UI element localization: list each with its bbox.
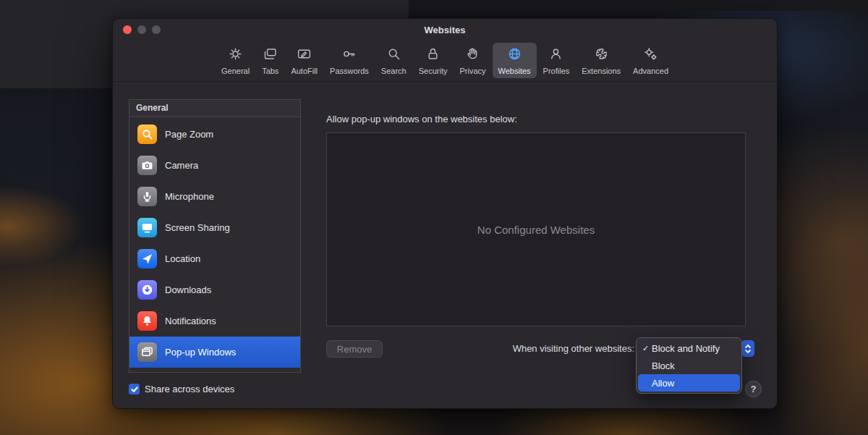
tab-label: Extensions [582, 67, 621, 75]
tab-label: Tabs [262, 67, 278, 75]
tab-advanced[interactable]: Advanced [627, 43, 674, 78]
chevron-up-down-icon [744, 344, 752, 354]
checkmark-icon: ✓ [641, 344, 650, 353]
page-zoom-icon [137, 124, 157, 144]
menu-item-block[interactable]: Block [638, 357, 740, 374]
tab-label: Privacy [459, 67, 485, 75]
microphone-icon [137, 187, 157, 206]
puzzle-icon [594, 46, 609, 64]
menu-item-allow[interactable]: Allow [638, 374, 740, 392]
tab-label: Security [419, 67, 448, 75]
share-across-devices-label: Share across devices [145, 384, 234, 394]
tab-label: Websites [498, 67, 531, 75]
share-across-devices-row: Share across devices [129, 384, 234, 394]
tab-label: Passwords [330, 67, 369, 75]
check-icon [131, 386, 138, 393]
tab-security[interactable]: Security [413, 43, 454, 78]
settings-toolbar: General Tabs AutoFill Passwords Search S [113, 41, 777, 82]
sidebar-item-downloads[interactable]: Downloads [129, 274, 300, 305]
popup-button-chevrons[interactable] [741, 340, 754, 357]
search-icon [386, 46, 401, 64]
tab-search[interactable]: Search [375, 43, 412, 78]
bell-icon [137, 311, 157, 331]
tab-label: Profiles [543, 67, 570, 75]
websites-pane: General Page Zoom Camera Microphone [113, 82, 777, 408]
tab-tabs[interactable]: Tabs [256, 43, 284, 78]
minimize-button[interactable] [137, 25, 146, 34]
close-button[interactable] [123, 25, 132, 34]
tab-passwords[interactable]: Passwords [324, 43, 375, 78]
sidebar-item-location[interactable]: Location [129, 243, 300, 274]
sidebar-item-label: Microphone [165, 191, 214, 202]
double-gear-icon [643, 46, 658, 64]
titlebar: Websites [113, 19, 777, 41]
tab-general[interactable]: General [216, 43, 255, 78]
location-arrow-icon [137, 249, 157, 269]
empty-state-text: No Configured Websites [477, 224, 595, 236]
tab-label: Search [381, 67, 407, 75]
sidebar-item-label: Page Zoom [165, 129, 213, 140]
menu-item-label: Block [652, 360, 675, 371]
sidebar-item-label: Camera [165, 160, 198, 171]
screen: Websites General Tabs AutoFill Passwords [0, 0, 868, 435]
tab-extensions[interactable]: Extensions [576, 43, 626, 78]
remove-button[interactable]: Remove [326, 340, 383, 358]
sidebar-item-notifications[interactable]: Notifications [129, 305, 300, 337]
tab-websites[interactable]: Websites [493, 43, 537, 78]
help-button[interactable]: ? [745, 381, 762, 397]
sidebar-list: Page Zoom Camera Microphone Screen Shari… [129, 117, 300, 372]
menu-item-label: Block and Notify [652, 343, 720, 354]
configured-websites-list[interactable]: No Configured Websites [326, 132, 746, 326]
sidebar-item-microphone[interactable]: Microphone [129, 181, 300, 212]
tab-autofill[interactable]: AutoFill [285, 43, 323, 78]
sidebar-item-screen-sharing[interactable]: Screen Sharing [129, 212, 300, 243]
tab-label: AutoFill [291, 67, 318, 75]
sidebar-header: General [129, 100, 300, 117]
menu-item-label: Allow [652, 378, 674, 389]
sidebar-item-label: Downloads [165, 284, 211, 295]
hand-icon [465, 46, 480, 64]
when-visiting-label: When visiting other websites: [417, 343, 634, 354]
sidebar-item-label: Notifications [165, 316, 216, 326]
screen-sharing-icon [137, 218, 157, 237]
allow-popups-label: Allow pop-up windows on the websites bel… [326, 114, 517, 124]
autofill-pen-icon [297, 46, 312, 64]
safari-settings-window: Websites General Tabs AutoFill Passwords [112, 18, 778, 409]
zoom-button[interactable] [152, 25, 161, 34]
tab-label: General [221, 67, 250, 75]
camera-icon [137, 156, 157, 175]
sidebar-item-camera[interactable]: Camera [129, 150, 300, 181]
gear-icon [228, 46, 243, 64]
menu-item-block-and-notify[interactable]: ✓ Block and Notify [638, 339, 740, 357]
person-icon [548, 46, 563, 64]
downloads-icon [137, 280, 157, 300]
when-visiting-dropdown-menu: ✓ Block and Notify Block Allow [636, 337, 742, 394]
lock-icon [425, 46, 441, 64]
share-across-devices-checkbox[interactable] [129, 384, 140, 394]
tabs-icon [263, 46, 278, 64]
sidebar-item-label: Screen Sharing [165, 222, 230, 233]
sidebar-item-label: Pop-up Windows [165, 347, 236, 358]
tab-privacy[interactable]: Privacy [454, 43, 491, 78]
sidebar-item-label: Location [165, 253, 200, 264]
window-title: Websites [425, 25, 466, 35]
tab-profiles[interactable]: Profiles [537, 43, 576, 78]
sidebar-item-page-zoom[interactable]: Page Zoom [129, 119, 300, 150]
websites-sidebar: General Page Zoom Camera Microphone [129, 99, 301, 373]
sidebar-item-popup-windows[interactable]: Pop-up Windows [129, 337, 300, 368]
traffic-lights [123, 25, 161, 34]
tab-label: Advanced [633, 67, 668, 75]
key-icon [341, 46, 357, 64]
globe-icon [507, 46, 522, 64]
popup-windows-icon [137, 342, 157, 362]
